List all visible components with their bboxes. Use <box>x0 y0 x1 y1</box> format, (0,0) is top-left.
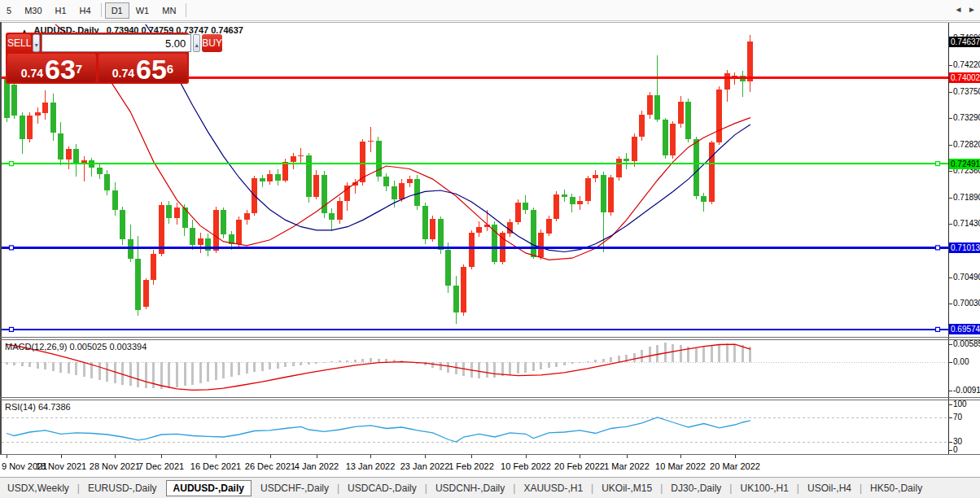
tab-ukoil-m15[interactable]: UKOil-,M15 <box>594 480 659 496</box>
panel-divider <box>0 339 980 340</box>
axis-tick-mark <box>949 145 952 146</box>
triangle-up-icon: ▲ <box>194 42 199 48</box>
panel-divider <box>0 400 980 400</box>
axis-tick-mark <box>949 450 952 451</box>
panel-divider[interactable] <box>0 397 980 398</box>
buy-price-display[interactable]: 0.74 65 6 <box>98 54 187 82</box>
date-axis[interactable]: 9 Nov 202118 Nov 202128 Nov 20217 Dec 20… <box>0 455 980 477</box>
tab-usdchf-daily[interactable]: USDCHF-,Daily <box>253 480 336 496</box>
date-tick-mark <box>270 455 271 458</box>
axis-tick-mark <box>949 442 952 443</box>
sell-price-base: 0.74 <box>21 65 43 81</box>
date-label: 18 Nov 2021 <box>36 461 86 471</box>
date-label: 16 Dec 2021 <box>190 461 241 471</box>
date-label: 7 Dec 2021 <box>138 461 184 471</box>
date-tick-mark <box>161 455 162 458</box>
sell-price-point: 7 <box>76 54 82 85</box>
symbol-tab-bar: USDX,Weekly|EURUSD-,DailyAUDUSD-,DailyUS… <box>0 477 980 498</box>
timeframe-button-D1[interactable]: D1 <box>105 2 129 19</box>
date-tick-mark <box>580 455 580 458</box>
axis-tick-label: 0.00 <box>953 357 969 366</box>
price-level-badge: 0.69574 <box>949 324 980 334</box>
timeframe-button-H1[interactable]: H1 <box>49 2 73 19</box>
axis-tick-mark <box>949 277 952 278</box>
buy-price-pips: 65 <box>136 57 167 81</box>
date-label: 26 Dec 2021 <box>245 461 295 471</box>
date-label: 28 Nov 2021 <box>90 461 140 471</box>
date-label: 13 Jan 2022 <box>346 461 396 471</box>
triangle-down-icon: ▼ <box>33 42 39 48</box>
tab-scroll-right-icon[interactable]: ► <box>968 5 978 14</box>
trade-panel: SELL ▼ ▲ BUY 0.74 63 7 0.74 65 6 <box>6 33 189 84</box>
date-label: 20 Mar 2022 <box>710 461 760 471</box>
tab-usdcnh-daily[interactable]: USDCNH-,Daily <box>428 480 512 496</box>
tab-uk100-h1[interactable]: UK100-,H1 <box>733 480 795 496</box>
tab-scroll-left-icon[interactable]: ◄ <box>954 5 964 14</box>
axis-tick-label: 0.73750 <box>953 87 980 96</box>
date-tick-mark <box>370 455 371 458</box>
date-label: 10 Mar 2022 <box>655 461 706 471</box>
axis-tick-mark <box>949 224 952 225</box>
date-tick-mark <box>61 455 62 458</box>
axis-tick-label: 70 <box>953 413 962 422</box>
axis-tick-mark <box>949 344 952 345</box>
tab-usoil-h4[interactable]: USOil-,H4 <box>800 480 859 496</box>
tab-usdx-weekly[interactable]: USDX,Weekly <box>0 480 77 496</box>
buy-button[interactable]: BUY <box>202 34 222 52</box>
tab-xauusd-h1[interactable]: XAUUSD-,H1 <box>516 480 590 496</box>
tab-hk50-daily[interactable]: HK50-,Daily <box>863 480 930 496</box>
price-level-badge: 0.72491 <box>949 159 980 169</box>
axis-tick-mark <box>949 404 952 405</box>
price-level-badge: 0.74637 <box>949 37 980 47</box>
rsi-label: RSI(14) 64.7386 <box>5 402 71 412</box>
axis-tick-label: 0.70490 <box>953 273 980 282</box>
date-tick-mark <box>317 455 317 458</box>
date-label: 23 Jan 2022 <box>400 461 450 471</box>
date-label: 1 Feb 2022 <box>448 461 494 471</box>
axis-tick-mark <box>949 198 952 199</box>
axis-tick-label: 0.71890 <box>953 193 980 202</box>
axis-tick-label: 0.70030 <box>953 299 980 308</box>
date-tick-mark <box>425 455 426 458</box>
date-label: 4 Jan 2022 <box>295 461 339 471</box>
date-label: 10 Feb 2022 <box>501 461 551 471</box>
date-tick-mark <box>735 455 736 458</box>
toolbar-separator <box>101 3 102 17</box>
date-tick-mark <box>216 455 217 458</box>
sell-button[interactable]: SELL <box>7 34 31 52</box>
tab-usdcad-daily[interactable]: USDCAD-,Daily <box>340 480 424 496</box>
volume-input[interactable] <box>42 34 191 52</box>
panel-divider[interactable] <box>0 337 980 338</box>
date-label: 20 Feb 2022 <box>554 461 605 471</box>
axis-tick-mark <box>949 391 952 391</box>
macd-label: MACD(12,26,9) 0.005025 0.003394 <box>5 342 147 352</box>
axis-tick-mark <box>949 304 952 304</box>
date-label: 1 Mar 2022 <box>604 461 650 471</box>
timeframe-toolbar: 5M30H1H4D1W1MN <box>0 0 980 21</box>
axis-tick-label: 0.72820 <box>953 140 980 149</box>
axis-tick-label: 100 <box>953 400 967 408</box>
tab-dj30-daily[interactable]: DJ30-,Daily <box>663 480 728 496</box>
axis-tick-label: 0.00585 <box>953 339 980 348</box>
tab-eurusd-daily[interactable]: EURUSD-,Daily <box>81 480 164 496</box>
timeframe-button-M30[interactable]: M30 <box>18 2 48 19</box>
volume-decrease-button[interactable]: ▼ <box>33 34 40 52</box>
timeframe-button-W1[interactable]: W1 <box>129 2 156 19</box>
axis-tick-mark <box>949 417 952 418</box>
axis-tick-label: 0.71430 <box>953 219 980 228</box>
sell-price-display[interactable]: 0.74 63 7 <box>7 54 96 82</box>
axis-tick-label: 0 <box>953 445 958 454</box>
tab-audusd-daily[interactable]: AUDUSD-,Daily <box>166 480 252 496</box>
timeframe-button-H4[interactable]: H4 <box>73 2 98 19</box>
axis-tick-label: -0.00918 <box>953 386 980 395</box>
volume-increase-button[interactable]: ▲ <box>193 34 200 52</box>
axis-tick-mark <box>949 362 952 363</box>
date-tick-mark <box>680 455 681 458</box>
buy-price-base: 0.74 <box>112 65 134 81</box>
price-level-badge: 0.74002 <box>949 72 980 83</box>
timeframe-button-MN[interactable]: MN <box>155 2 182 19</box>
trading-platform-window: 5M30H1H4D1W1MN ▲ AUDUSD-,Daily 0.73940 0… <box>0 0 980 498</box>
timeframe-button-5[interactable]: 5 <box>0 2 18 19</box>
rsi-indicator-panel[interactable] <box>2 400 948 454</box>
tab-scroll-arrows[interactable]: ◄ ► <box>954 5 978 14</box>
